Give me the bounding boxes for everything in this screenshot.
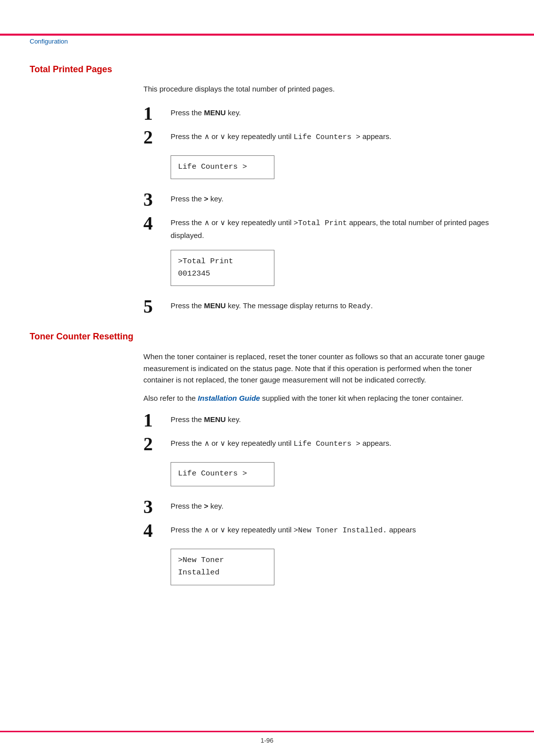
- section1-intro: This procedure displays the total number…: [143, 84, 504, 95]
- page: Configuration Total Printed Pages This p…: [0, 0, 534, 756]
- content-area: Total Printed Pages This procedure displ…: [30, 64, 504, 596]
- step-2-text: Press the ∧ or ∨ key repeatedly until Li…: [171, 128, 504, 143]
- code-display-2-line2: 0012345: [178, 269, 210, 278]
- s2-code-display-2-line2: Installed: [178, 568, 220, 577]
- section2-steps: 1 Press the MENU key. 2 Press the ∧ or ∨…: [143, 411, 504, 589]
- code-display-1-text: Life Counters >: [178, 162, 247, 171]
- breadcrumb-text: Configuration: [30, 38, 68, 45]
- top-rule: [0, 34, 534, 36]
- step-number-3: 3: [143, 190, 171, 209]
- code-box-2-wrapper: >Total Print 0012345: [171, 246, 504, 290]
- step-5-text: Press the MENU key. The message display …: [171, 297, 504, 312]
- s2-step-1-text: Press the MENU key.: [171, 411, 504, 425]
- s2-step-4-code: >New Toner Installed.: [294, 526, 387, 535]
- bottom-rule: [0, 731, 534, 732]
- s2-code-display-2: >New Toner Installed: [171, 549, 274, 585]
- s2-step-2-code: Life Counters >: [294, 440, 360, 448]
- menu-bold-2: MENU: [204, 301, 226, 310]
- s2-step-2: 2 Press the ∧ or ∨ key repeatedly until …: [143, 434, 504, 453]
- step-4-text: Press the ∧ or ∨ key repeatedly until >T…: [171, 214, 504, 241]
- step-number-1: 1: [143, 104, 171, 123]
- s2-step-number-2: 2: [143, 434, 171, 453]
- s2-step-number-4: 4: [143, 521, 171, 540]
- s2-step-number-1: 1: [143, 411, 171, 429]
- s2-code-box-2-wrapper: >New Toner Installed: [171, 545, 504, 589]
- step-5-code: Ready: [349, 302, 371, 311]
- s2-step-1: 1 Press the MENU key.: [143, 411, 504, 429]
- step-2: 2 Press the ∧ or ∨ key repeatedly until …: [143, 128, 504, 146]
- code-display-2: >Total Print 0012345: [171, 250, 274, 286]
- gt-bold-1: >: [204, 194, 209, 203]
- step-number-2: 2: [143, 128, 171, 146]
- step-5: 5 Press the MENU key. The message displa…: [143, 297, 504, 316]
- step-2-code: Life Counters >: [294, 133, 360, 142]
- code-display-1: Life Counters >: [171, 155, 274, 180]
- breadcrumb: Configuration: [30, 38, 68, 45]
- menu-bold-1: MENU: [204, 108, 226, 117]
- step-3: 3 Press the > key.: [143, 190, 504, 209]
- step-number-5: 5: [143, 297, 171, 316]
- installation-guide-link: Installation Guide: [198, 394, 260, 402]
- s2-code-display-2-line1: >New Toner: [178, 556, 224, 565]
- s2-gt-bold: >: [204, 502, 209, 510]
- s2-code-display-1-text: Life Counters >: [178, 469, 247, 478]
- section-toner-counter-resetting: Toner Counter Resetting When the toner c…: [30, 331, 504, 589]
- step-1: 1 Press the MENU key.: [143, 104, 504, 123]
- page-number: 1-96: [261, 737, 273, 744]
- code-display-2-line1: >Total Print: [178, 257, 233, 266]
- step-4-code: >Total Print: [294, 219, 347, 228]
- s2-menu-bold-1: MENU: [204, 415, 226, 424]
- s2-step-4-text: Press the ∧ or ∨ key repeatedly until >N…: [171, 521, 504, 536]
- s2-step-2-text: Press the ∧ or ∨ key repeatedly until Li…: [171, 434, 504, 450]
- s2-step-3-text: Press the > key.: [171, 497, 504, 512]
- section-total-printed-pages: Total Printed Pages This procedure displ…: [30, 64, 504, 316]
- section2-title: Toner Counter Resetting: [30, 331, 504, 342]
- section1-title: Total Printed Pages: [30, 64, 504, 75]
- section2-desc2: Also refer to the Installation Guide sup…: [143, 392, 504, 404]
- step-3-text: Press the > key.: [171, 190, 504, 204]
- section2-desc1: When the toner container is replaced, re…: [143, 351, 504, 385]
- s2-step-4: 4 Press the ∧ or ∨ key repeatedly until …: [143, 521, 504, 540]
- step-number-4: 4: [143, 214, 171, 233]
- s2-code-box-1-wrapper: Life Counters >: [171, 458, 504, 490]
- section1-steps: 1 Press the MENU key. 2 Press the ∧ or ∨…: [143, 104, 504, 316]
- s2-step-number-3: 3: [143, 497, 171, 516]
- code-box-1-wrapper: Life Counters >: [171, 151, 504, 184]
- step-1-text: Press the MENU key.: [171, 104, 504, 118]
- s2-step-3: 3 Press the > key.: [143, 497, 504, 516]
- step-4: 4 Press the ∧ or ∨ key repeatedly until …: [143, 214, 504, 241]
- s2-code-display-1: Life Counters >: [171, 462, 274, 486]
